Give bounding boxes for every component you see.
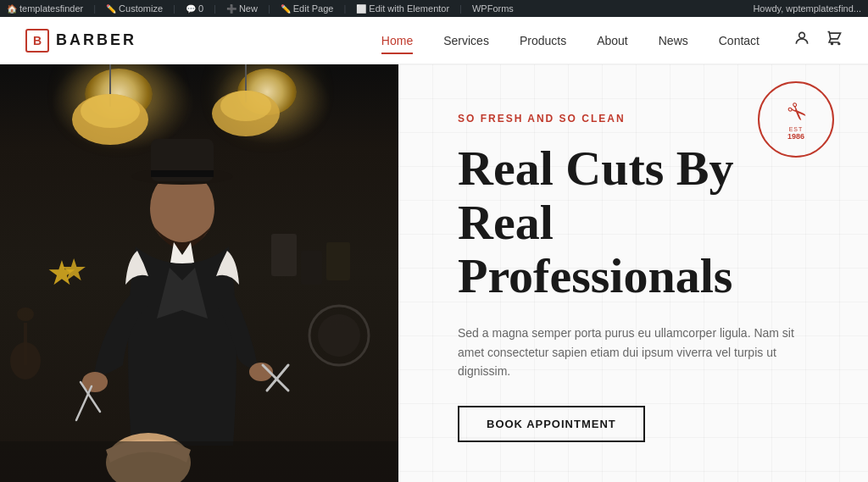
hero-title: Real Cuts By Real Professionals <box>458 141 826 303</box>
book-appointment-button[interactable]: BOOK APPOINTMENT <box>458 406 645 442</box>
user-icon[interactable] <box>793 30 810 51</box>
svg-rect-9 <box>24 323 27 365</box>
logo[interactable]: B BARBER <box>25 29 136 53</box>
header-icons <box>793 30 843 51</box>
svg-point-6 <box>220 91 271 121</box>
svg-rect-26 <box>326 242 350 280</box>
site-header: B BARBER Home Services Products About Ne… <box>0 17 868 64</box>
svg-rect-25 <box>301 251 322 285</box>
nav-home[interactable]: Home <box>381 30 413 51</box>
badge-circle: ✂ EST 1986 <box>758 81 834 158</box>
admin-new[interactable]: ➕ New <box>226 3 258 14</box>
nav-about[interactable]: About <box>597 30 628 51</box>
hero-content: ✂ EST 1986 SO FRESH AND SO CLEAN Real Cu… <box>398 64 868 482</box>
svg-rect-27 <box>0 441 398 482</box>
nav-contact[interactable]: Contact <box>719 30 760 51</box>
svg-rect-16 <box>151 170 214 177</box>
badge-year: 1986 <box>787 132 804 141</box>
nav-products[interactable]: Products <box>520 30 566 51</box>
logo-icon: B <box>25 29 49 53</box>
hero-image: ★ ★ <box>0 64 398 482</box>
nav-services[interactable]: Services <box>443 30 489 51</box>
svg-point-10 <box>17 307 34 321</box>
hero-section: ★ ★ <box>0 64 868 482</box>
admin-customize[interactable]: ✏️ Customize <box>106 3 163 14</box>
logo-text: BARBER <box>56 31 136 49</box>
admin-logo[interactable]: 🏠 templatesfinder <box>7 3 83 14</box>
nav-news[interactable]: News <box>659 30 688 51</box>
svg-point-0 <box>799 32 805 38</box>
svg-text:★: ★ <box>47 254 77 292</box>
hero-description: Sed a magna semper porta purus eu ullamc… <box>458 324 814 380</box>
admin-comments[interactable]: 💬 0 <box>186 3 203 14</box>
scissors-icon: ✂ <box>779 96 813 130</box>
admin-bar: 🏠 templatesfinder | ✏️ Customize | 💬 0 |… <box>0 0 868 17</box>
admin-howdy: Howdy, wptemplatesfind... <box>753 3 861 14</box>
svg-point-3 <box>81 94 140 128</box>
admin-edit-page[interactable]: ✏️ Edit Page <box>281 3 334 14</box>
admin-wpforms[interactable]: WPForms <box>472 3 514 14</box>
svg-line-22 <box>76 386 92 420</box>
svg-point-12 <box>318 314 360 357</box>
admin-edit-elementor[interactable]: ⬜ Edit with Elementor <box>356 3 449 14</box>
svg-rect-24 <box>271 234 297 276</box>
cart-icon[interactable] <box>826 30 843 51</box>
main-nav: Home Services Products About News Contac… <box>381 30 760 51</box>
